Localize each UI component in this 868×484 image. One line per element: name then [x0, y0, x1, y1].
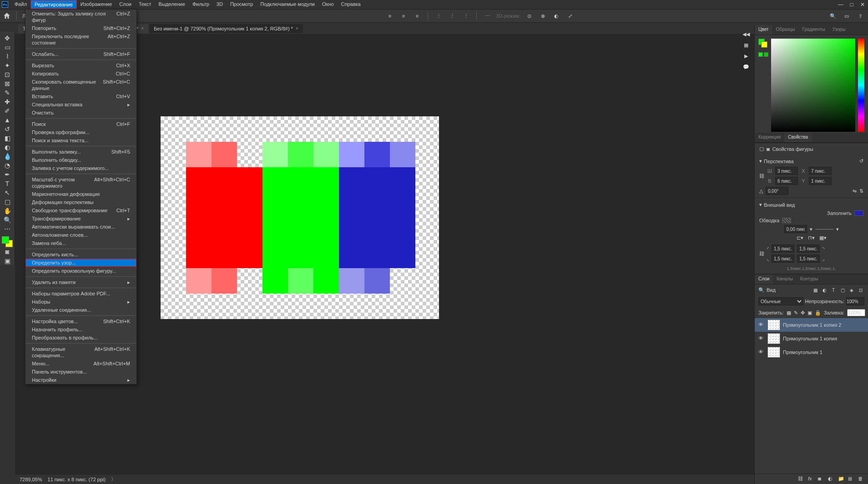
- panel-tab[interactable]: Контуры: [797, 274, 822, 284]
- document-tab[interactable]: Без имени-1 @ 7290% (Прямоугольник 1 коп…: [149, 24, 303, 33]
- visibility-icon[interactable]: 👁: [758, 349, 765, 355]
- maximize-button[interactable]: □: [846, 0, 857, 9]
- distribute-icon[interactable]: ⋮: [434, 11, 444, 21]
- height-input[interactable]: [775, 177, 798, 185]
- menu-файл[interactable]: Файл: [11, 0, 30, 9]
- menu-item[interactable]: Специальная вставка▸: [25, 100, 136, 109]
- menu-item[interactable]: ПоискCtrl+F: [25, 120, 136, 128]
- menu-просмотр[interactable]: Просмотр: [227, 0, 257, 9]
- menu-окно[interactable]: Окно: [318, 0, 338, 9]
- layer-row[interactable]: 👁Прямоугольник 1 копия: [755, 332, 868, 345]
- menu-item[interactable]: Удалить из памяти▸: [25, 278, 136, 286]
- panel-icon[interactable]: ▦: [742, 41, 750, 49]
- stroke-size-input[interactable]: [784, 225, 807, 233]
- panel-tab[interactable]: Узоры: [829, 25, 849, 35]
- menu-item[interactable]: Наборы параметров Adobe PDF...: [25, 289, 136, 298]
- fill-swatch[interactable]: [854, 210, 863, 216]
- lock-paint-icon[interactable]: ✎: [794, 310, 798, 316]
- expand-icon[interactable]: ◀◀: [742, 30, 750, 38]
- blend-mode-select[interactable]: Обычные: [758, 297, 803, 305]
- visibility-icon[interactable]: 👁: [758, 322, 765, 328]
- menu-item[interactable]: Настройка цветов...Shift+Ctrl+K: [25, 317, 136, 325]
- visibility-icon[interactable]: 👁: [758, 335, 765, 342]
- hand-tool[interactable]: ✋: [1, 206, 14, 215]
- menu-изображение[interactable]: Изображение: [77, 0, 116, 9]
- mask-icon[interactable]: ◙: [818, 476, 824, 482]
- rectangle-tool[interactable]: ▢: [1, 197, 14, 206]
- eraser-tool[interactable]: ◧: [1, 134, 14, 143]
- menu-item[interactable]: Поиск и замена текста...: [25, 136, 136, 145]
- home-icon[interactable]: [3, 12, 11, 20]
- menu-item[interactable]: Свободное трансформированиеCtrl+T: [25, 206, 136, 215]
- chevron-down-icon[interactable]: ▾: [759, 202, 762, 208]
- menu-item[interactable]: Настройки▸: [25, 376, 136, 384]
- minimize-button[interactable]: —: [835, 0, 846, 9]
- menu-item[interactable]: Определить узор...: [25, 259, 136, 267]
- search-icon[interactable]: 🔍: [828, 11, 838, 21]
- dropdown-icon[interactable]: ▾: [836, 226, 839, 232]
- filter-type-icon[interactable]: T: [830, 286, 837, 294]
- zoom-value[interactable]: 7289,05%: [20, 477, 42, 482]
- panel-tab[interactable]: Коррекция: [755, 133, 784, 142]
- x-input[interactable]: [809, 167, 832, 175]
- corner-input[interactable]: [772, 244, 794, 253]
- width-input[interactable]: [775, 167, 798, 175]
- link-icon[interactable]: ⛓: [759, 173, 764, 179]
- y-input[interactable]: [809, 177, 832, 185]
- menu-выделение[interactable]: Выделение: [155, 0, 189, 9]
- blur-tool[interactable]: 💧: [1, 152, 14, 161]
- history-brush-tool[interactable]: ↺: [1, 125, 14, 134]
- filter-toggle[interactable]: ⊡: [857, 286, 864, 294]
- layer-row[interactable]: 👁Прямоугольник 1: [755, 345, 868, 359]
- edit-toolbar[interactable]: ⋯: [1, 225, 14, 234]
- link-layers-icon[interactable]: ⛓: [798, 476, 804, 482]
- stamp-tool[interactable]: ▲: [1, 115, 14, 125]
- menu-item[interactable]: Отменить: Задать заливку слоя фигурCtrl+…: [25, 10, 136, 24]
- lock-pos-icon[interactable]: ✥: [801, 310, 805, 316]
- join-icon[interactable]: ⊓▾: [808, 235, 815, 241]
- crop-tool[interactable]: ⊡: [1, 70, 14, 79]
- panel-tab[interactable]: Образцы: [772, 25, 798, 35]
- close-tab-icon[interactable]: ×: [296, 26, 298, 31]
- status-arrow-icon[interactable]: 〉: [111, 476, 116, 483]
- adjustment-icon[interactable]: ◐: [828, 476, 834, 482]
- menu-item[interactable]: ВставитьCtrl+V: [25, 92, 136, 100]
- corner-input[interactable]: [772, 254, 794, 263]
- menu-item[interactable]: Марионеточная деформация: [25, 190, 136, 198]
- menu-item[interactable]: Преобразовать в профиль...: [25, 334, 136, 342]
- angle-input[interactable]: [766, 187, 788, 195]
- align-right-icon[interactable]: ≡: [412, 11, 422, 21]
- more-icon[interactable]: ⋯: [482, 11, 492, 21]
- filter-shape-icon[interactable]: ▢: [839, 286, 846, 294]
- zoom-tool[interactable]: 🔍: [1, 215, 14, 225]
- menu-item[interactable]: Деформация перспективы: [25, 198, 136, 206]
- menu-слои[interactable]: Слои: [116, 0, 135, 9]
- fx-icon[interactable]: fx: [808, 476, 814, 482]
- menu-3d[interactable]: 3D: [213, 0, 227, 9]
- panel-tab[interactable]: Градиенты: [798, 25, 828, 35]
- stroke-style[interactable]: [815, 229, 833, 230]
- menu-item[interactable]: Меню...Alt+Shift+Ctrl+M: [25, 359, 136, 368]
- align-center-icon[interactable]: ≡: [399, 11, 409, 21]
- menu-item[interactable]: Очистить: [25, 109, 136, 117]
- menu-item[interactable]: Наборы▸: [25, 298, 136, 306]
- wand-tool[interactable]: ✦: [1, 61, 14, 70]
- menu-item[interactable]: КопироватьCtrl+C: [25, 70, 136, 78]
- workspace-icon[interactable]: ▭: [842, 11, 852, 21]
- fill-input[interactable]: [847, 309, 865, 316]
- close-tab-icon[interactable]: ×: [141, 26, 144, 31]
- heal-tool[interactable]: ✚: [1, 97, 14, 106]
- distribute-icon[interactable]: ⋮: [447, 11, 457, 21]
- share-icon[interactable]: ⇧: [855, 11, 865, 21]
- close-button[interactable]: ✕: [857, 0, 868, 9]
- hue-slider[interactable]: [858, 39, 864, 132]
- panel-tab[interactable]: Слои: [755, 274, 773, 284]
- menu-подключаемые модули[interactable]: Подключаемые модули: [257, 0, 318, 9]
- panel-tab[interactable]: Свойства: [784, 133, 812, 142]
- foreground-color[interactable]: [2, 236, 9, 244]
- brush-tool[interactable]: ✐: [1, 106, 14, 115]
- opacity-input[interactable]: [846, 297, 864, 305]
- dash-icon[interactable]: ▦▾: [819, 235, 827, 241]
- delete-icon[interactable]: 🗑: [858, 476, 864, 482]
- frame-tool[interactable]: ⊠: [1, 79, 14, 88]
